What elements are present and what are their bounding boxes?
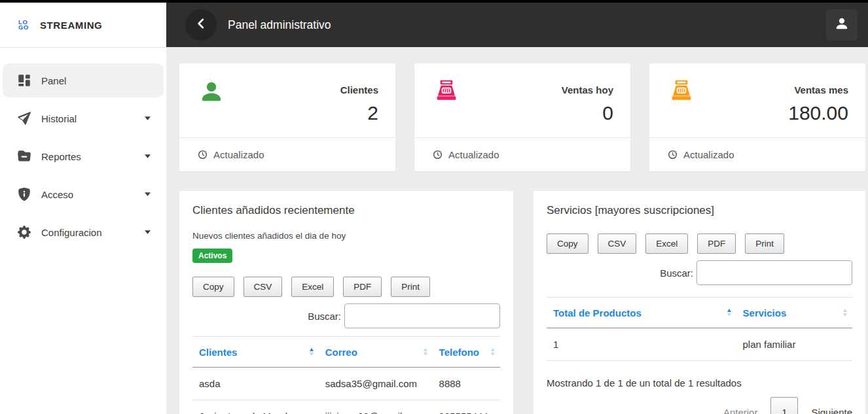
copy-button[interactable]: Copy [547,233,588,254]
card-value: 180.00 [788,102,848,124]
sidebar: LO GO STREAMING PanelHistorialReportesAc… [0,3,166,414]
search-label: Buscar: [308,311,341,322]
panel-title: Servicios [mayores suscripciones] [547,204,852,217]
pagination-next[interactable]: Siguiente [811,407,852,414]
csv-button[interactable]: CSV [598,233,637,254]
table-row: 1plan familiar [547,328,852,361]
table-cell: jjjvimen02@gmail.com [319,400,433,414]
panel-title: Clientes añadidos recientemente [192,204,500,217]
sidebar-menu: PanelHistorialReportesAccesoConfiguracio… [0,48,166,249]
sort-arrows-icon [491,348,495,356]
table-row: Javier Lozada Mendozajjjvimen02@gmail.co… [192,400,500,414]
sidebar-item-label: Panel [41,75,66,86]
main-content: Clientes2ActualizadoVentas hoy0Actualiza… [166,47,868,414]
pagination-page-1[interactable]: 1 [770,397,798,414]
card-label: Clientes [340,84,378,95]
sort-arrows-icon [843,309,847,317]
panel-subtitle: Nuevos clientes añadidos el dia de hoy [192,231,500,241]
sidebar-item-panel[interactable]: Panel [3,63,164,97]
person-icon [199,79,224,137]
table-cell: sadsa35@gmail.com [319,368,433,400]
column-header-telefono[interactable]: Telefono [433,337,500,368]
stat-cards-row: Clientes2ActualizadoVentas hoy0Actualiza… [179,63,868,171]
pdf-button[interactable]: PDF [697,233,736,254]
excel-button[interactable]: Excel [291,277,334,297]
search-input[interactable] [696,260,852,285]
pdf-button[interactable]: PDF [343,277,382,297]
card-footer-label: Actualizado [448,149,499,160]
search-input[interactable] [344,303,500,328]
card-label: Ventas mes [788,84,848,95]
chevron-down-icon [145,116,151,120]
export-buttons: CopyCSVExcelPDFPrint [192,277,500,297]
column-header-correo[interactable]: Correo [319,337,433,368]
pagination-previous[interactable]: Anterior [723,407,758,414]
excel-button[interactable]: Excel [645,233,688,254]
card-value: 2 [340,102,378,124]
clock-history-icon [433,150,443,160]
table-cell: Javier Lozada Mendoza [192,400,319,414]
gear-icon [18,226,31,239]
cash-register-icon [669,79,694,137]
column-header-total-de-productos[interactable]: Total de Productos [547,298,736,328]
print-button[interactable]: Print [745,233,784,254]
card-footer: Actualizado [414,137,630,171]
column-header-servicios[interactable]: Servicios [736,298,852,328]
sidebar-item-label: Historial [41,113,77,124]
card-footer-label: Actualizado [213,149,264,160]
services-table: Total de ProductosServicios1plan familia… [547,297,852,361]
card-footer: Actualizado [649,137,865,171]
cash-register-icon [434,79,459,137]
chevron-down-icon [145,154,151,158]
brand-name: STREAMING [40,20,102,31]
dashboard-icon [18,74,31,87]
chevron-left-icon [195,18,207,32]
table-cell: 1 [547,328,736,361]
brand: LO GO STREAMING [0,3,166,48]
sidebar-item-configuracion[interactable]: Configuracion [3,215,164,249]
results-summary: Mostrando 1 de 1 de un total de 1 result… [547,377,852,388]
csv-button[interactable]: CSV [244,277,283,297]
stat-card: Ventas hoy0Actualizado [414,63,630,171]
table-row: asdasadsa35@gmail.com8888 [192,368,500,400]
back-button[interactable] [185,9,217,41]
stat-card: Ventas mes180.00Actualizado [649,63,865,171]
table-cell: 8888 [433,368,500,400]
page-title: Panel administrativo [228,18,331,32]
card-footer: Actualizado [179,137,395,171]
print-button[interactable]: Print [391,277,430,297]
person-icon [835,16,849,33]
sidebar-item-historial[interactable]: Historial [3,101,164,135]
sidebar-item-acceso[interactable]: Acceso [3,177,164,211]
sort-arrows-icon [727,309,731,317]
pagination: Anterior 1 Siguiente [547,397,852,414]
table-cell: asda [192,368,319,400]
sidebar-item-label: Reportes [41,151,81,162]
copy-button[interactable]: Copy [192,277,234,297]
folder-icon [18,150,31,163]
user-menu-button[interactable] [826,9,858,41]
card-footer-label: Actualizado [683,149,734,160]
export-buttons: CopyCSVExcelPDFPrint [547,233,852,254]
sort-arrows-icon [310,348,314,356]
stat-card: Clientes2Actualizado [179,63,395,171]
search-label: Buscar: [660,267,693,279]
clients-table: ClientesCorreoTelefonoasdasadsa35@gmail.… [192,336,500,414]
shield-info-icon [18,188,31,201]
card-value: 0 [562,102,613,124]
services-panel: Servicios [mayores suscripciones] CopyCS… [533,191,865,414]
status-badge: Activos [192,249,232,263]
topbar: Panel administrativo [166,3,868,47]
column-header-clientes[interactable]: Clientes [192,337,319,368]
sidebar-item-label: Acceso [41,189,73,200]
send-icon [18,112,31,125]
table-cell: plan familiar [736,328,852,361]
card-label: Ventas hoy [562,84,613,95]
logo-icon: LO GO [18,20,29,31]
sort-arrows-icon [424,348,427,356]
clock-history-icon [198,150,208,160]
clock-history-icon [668,150,678,160]
recent-clients-panel: Clientes añadidos recientemente Nuevos c… [179,191,513,414]
table-cell: 985555444 [433,400,500,414]
sidebar-item-reportes[interactable]: Reportes [3,139,164,173]
